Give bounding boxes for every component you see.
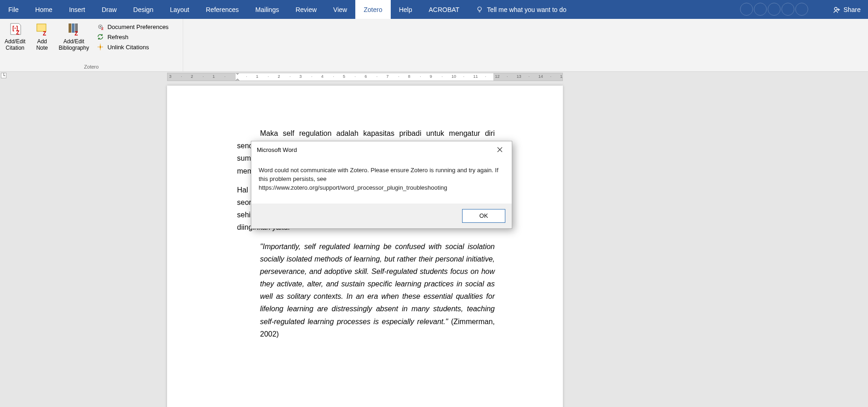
btn-line1: Add: [37, 38, 47, 45]
page: Maka self regulation adalah kapasitas pr…: [167, 86, 563, 407]
btn-line2: Citation: [6, 45, 24, 51]
btn-label: Document Preferences: [107, 23, 168, 30]
btn-label: Refresh: [107, 34, 128, 41]
document-area[interactable]: Maka self regulation adalah kapasitas pr…: [0, 82, 868, 407]
share-button[interactable]: Share: [825, 0, 868, 19]
ribbon: [-]Z Add/Edit Citation Z Add Note Z Add/…: [0, 19, 868, 72]
tab-insert[interactable]: Insert: [61, 0, 93, 19]
block-quote: "Importantly, self regulated learning be…: [260, 240, 495, 341]
svg-text:Z: Z: [101, 27, 104, 30]
dialog-title: Microsoft Word: [257, 146, 297, 153]
svg-rect-6: [69, 23, 71, 33]
btn-line1: Add/Edit: [64, 38, 84, 45]
lightbulb-icon: [476, 6, 483, 13]
btn-line1: Add/Edit: [5, 38, 25, 45]
tab-design[interactable]: Design: [125, 0, 162, 19]
tab-help[interactable]: Help: [391, 0, 421, 19]
dialog-titlebar[interactable]: Microsoft Word: [251, 141, 512, 158]
horizontal-ruler[interactable]: 3·2·1·1·2·3·4·5·6·7·8·9·10·11·12·13·14·1…: [167, 73, 563, 81]
svg-point-0: [478, 7, 481, 11]
tab-acrobat[interactable]: ACROBAT: [420, 0, 468, 19]
tab-file[interactable]: File: [0, 0, 27, 19]
ribbon-group-zotero: [-]Z Add/Edit Citation Z Add Note Z Add/…: [0, 19, 183, 71]
error-dialog: Microsoft Word Word could not communicat…: [251, 141, 512, 229]
svg-text:Z: Z: [43, 30, 46, 36]
svg-marker-13: [235, 73, 240, 75]
close-icon: [497, 147, 503, 152]
tab-zotero[interactable]: Zotero: [355, 0, 390, 19]
hanging-indent-marker[interactable]: [235, 79, 240, 81]
dialog-ok-button[interactable]: OK: [462, 209, 505, 223]
btn-line2: Note: [36, 45, 48, 51]
tab-review[interactable]: Review: [287, 0, 325, 19]
svg-text:Z: Z: [16, 29, 19, 36]
btn-line2: Bibliography: [58, 45, 89, 51]
btn-label: Unlink Citations: [107, 44, 149, 51]
ribbon-group-label: Zotero: [3, 64, 180, 70]
gear-icon: Z: [96, 23, 104, 31]
tell-me-search[interactable]: Tell me what you want to do: [468, 0, 575, 19]
add-note-button[interactable]: Z Add Note: [33, 21, 51, 52]
tab-references[interactable]: References: [197, 0, 247, 19]
document-preferences-button[interactable]: Z Document Preferences: [96, 23, 168, 31]
dialog-close-button[interactable]: [493, 143, 506, 156]
note-icon: Z: [35, 22, 49, 36]
dialog-message: Word could not communicate with Zotero. …: [251, 158, 512, 204]
add-edit-bibliography-button[interactable]: Z Add/Edit Bibliography: [57, 21, 91, 52]
tab-layout[interactable]: Layout: [162, 0, 197, 19]
dialog-footer: OK: [251, 204, 512, 228]
refresh-button[interactable]: Refresh: [96, 33, 168, 41]
bibliography-icon: Z: [66, 22, 81, 36]
first-line-indent-marker[interactable]: [235, 73, 240, 75]
citation-icon: [-]Z: [8, 22, 23, 36]
tab-mailings[interactable]: Mailings: [247, 0, 287, 19]
tab-home[interactable]: Home: [27, 0, 61, 19]
add-edit-citation-button[interactable]: [-]Z Add/Edit Citation: [3, 21, 27, 52]
svg-marker-14: [235, 79, 240, 81]
refresh-icon: [96, 33, 104, 41]
unlink-icon: [96, 43, 104, 51]
ruler-area: └ 3·2·1·1·2·3·4·5·6·7·8·9·10·11·12·13·14…: [0, 72, 868, 82]
tab-view[interactable]: View: [325, 0, 355, 19]
title-decoration: [740, 3, 808, 16]
share-label: Share: [844, 6, 861, 13]
tell-me-label: Tell me what you want to do: [487, 6, 567, 13]
svg-point-1: [834, 7, 837, 10]
menubar: File Home Insert Draw Design Layout Refe…: [0, 0, 868, 19]
ruler-corner: └: [1, 73, 6, 78]
unlink-citations-button[interactable]: Unlink Citations: [96, 43, 168, 51]
tab-draw[interactable]: Draw: [93, 0, 125, 19]
share-icon: [833, 6, 841, 14]
svg-text:Z: Z: [75, 30, 78, 36]
